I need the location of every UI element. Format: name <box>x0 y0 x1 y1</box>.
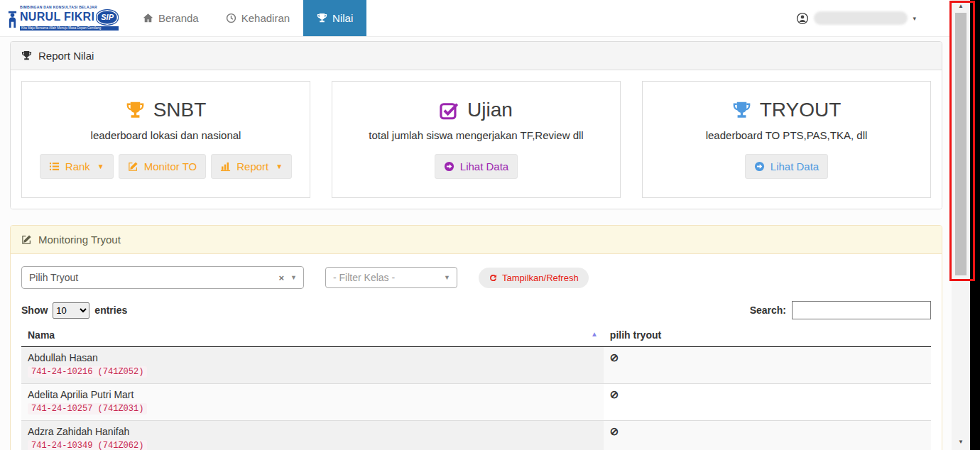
button-label: Monitor TO <box>144 160 197 172</box>
page-size-select[interactable]: 10 <box>53 302 89 319</box>
user-name-redacted <box>814 11 908 25</box>
app-window: BIMBINGAN DAN KONSULTASI BELAJAR NURUL F… <box>0 0 952 450</box>
nav-links: Beranda Kehadiran Nilai <box>129 0 366 36</box>
tampilkan-refresh-button[interactable]: Tampilkan/Refresh <box>479 268 589 288</box>
page-title: Report Nilai <box>38 50 94 62</box>
nav-item-kehadiran[interactable]: Kehadiran <box>212 0 303 36</box>
section-title: Monitoring Tryout <box>38 234 121 246</box>
caret-down-icon: ▼ <box>97 163 104 170</box>
student-code: 741-24-10257 (741Z031) <box>28 403 147 415</box>
card-subtitle: leaderboard lokasi dan nasional <box>29 129 303 141</box>
nav-item-label: Nilai <box>332 12 353 24</box>
button-label: Lihat Data <box>460 160 508 172</box>
pilih-tryout-select[interactable]: Pilih Tryout × ▼ <box>21 266 304 289</box>
table-row[interactable]: Abdullah Hasan 741-24-10216 (741Z052) ⊘ <box>21 347 931 384</box>
lihat-data-tryout-button[interactable]: Lihat Data <box>745 154 828 179</box>
user-circle-icon <box>796 12 809 25</box>
lihat-data-ujian-button[interactable]: Lihat Data <box>435 154 518 179</box>
check-square-icon <box>440 101 459 120</box>
nav-item-label: Beranda <box>158 12 199 24</box>
trophy-icon <box>126 101 145 120</box>
pilih-tryout-value: Pilih Tryout <box>29 272 78 283</box>
filter-kelas-select[interactable]: - Filter Kelas - ▼ <box>325 267 457 288</box>
button-label: Rank <box>65 160 90 172</box>
brand-name: NURUL FIKRI <box>20 11 94 23</box>
refresh-icon <box>489 273 498 282</box>
trophy-icon <box>21 50 32 61</box>
clock-icon <box>226 13 236 23</box>
caret-down-icon: ▾ <box>913 15 916 22</box>
student-code: 741-24-10349 (741Z062) <box>28 440 147 450</box>
nav-item-beranda[interactable]: Beranda <box>129 0 212 36</box>
trophy-icon <box>317 13 327 23</box>
brand-tagline: Kita Maju Bersama Allah Menuju Masa Depa… <box>20 26 119 31</box>
search-input[interactable] <box>792 301 931 319</box>
monitoring-tryout-heading: Monitoring Tryout <box>11 226 942 254</box>
card-title: TRYOUT <box>760 99 842 121</box>
navbar: BIMBINGAN DAN KONSULTASI BELAJAR NURUL F… <box>0 0 952 37</box>
report-nilai-heading: Report Nilai <box>11 42 942 70</box>
ban-icon: ⊘ <box>610 388 619 400</box>
brand-logo[interactable]: BIMBINGAN DAN KONSULTASI BELAJAR NURUL F… <box>7 0 114 36</box>
nav-item-nilai[interactable]: Nilai <box>303 0 366 36</box>
button-label: Lihat Data <box>771 160 819 172</box>
monitoring-tryout-panel: Monitoring Tryout Pilih Tryout × ▼ - Fil… <box>10 225 942 450</box>
student-name: Adelita Aprilia Putri Mart <box>28 389 597 400</box>
report-nilai-panel: Report Nilai SNBT leaderboard lokasi dan… <box>10 41 942 209</box>
button-label: Report <box>236 160 268 172</box>
list-icon <box>49 161 60 172</box>
ban-icon: ⊘ <box>610 351 619 363</box>
home-icon <box>143 13 153 23</box>
show-label: Show <box>21 304 48 316</box>
table-row[interactable]: Adelita Aprilia Putri Mart 741-24-10257 … <box>21 384 931 421</box>
annotation-highlight-box <box>949 1 975 281</box>
edit-icon <box>21 234 32 245</box>
monitoring-table: Nama ▲ pilih tryout Abdullah Hasan 741-2… <box>21 325 931 450</box>
arrow-circle-right-icon <box>444 161 454 172</box>
ban-icon: ⊘ <box>610 425 619 437</box>
rank-button[interactable]: Rank ▼ <box>40 154 114 179</box>
sort-asc-icon: ▲ <box>591 330 598 338</box>
user-menu[interactable]: ▾ <box>796 0 916 36</box>
student-name: Abdullah Hasan <box>28 352 597 363</box>
nav-item-label: Kehadiran <box>241 12 290 24</box>
caret-down-icon: ▼ <box>276 163 283 170</box>
edit-icon <box>128 161 138 172</box>
column-header-pilih-tryout[interactable]: pilih tryout <box>604 325 931 347</box>
column-header-nama[interactable]: Nama ▲ <box>21 325 604 347</box>
monitor-to-button[interactable]: Monitor TO <box>119 154 206 179</box>
card-snbt: SNBT leaderboard lokasi dan nasional Ran… <box>21 81 310 198</box>
trophy-icon <box>732 101 751 120</box>
card-tryout: TRYOUT leaderboard TO PTS,PAS,TKA, dll L… <box>642 81 931 198</box>
caret-down-icon: ▼ <box>290 274 297 281</box>
card-title: Ujian <box>467 99 513 121</box>
scroll-down-arrow-icon[interactable]: ▼ <box>952 436 970 447</box>
filter-kelas-value: - Filter Kelas - <box>333 272 395 283</box>
card-subtitle: leaderboard TO PTS,PAS,TKA, dll <box>650 129 923 141</box>
card-ujian: Ujian total jumlah siswa mengerjakan TF,… <box>332 81 621 198</box>
clear-selection-icon[interactable]: × <box>278 273 284 283</box>
table-row[interactable]: Adzra Zahidah Hanifah 741-24-10349 (741Z… <box>21 421 931 450</box>
brand-sip-badge: SIP <box>96 9 119 26</box>
student-code: 741-24-10216 (741Z052) <box>28 366 147 378</box>
cards-row: SNBT leaderboard lokasi dan nasional Ran… <box>11 70 942 209</box>
arrow-circle-right-icon <box>754 161 765 172</box>
entries-label: entries <box>94 304 127 316</box>
button-label: Tampilkan/Refresh <box>502 273 579 283</box>
report-button[interactable]: Report ▼ <box>211 154 292 179</box>
search-label: Search: <box>750 304 786 316</box>
card-subtitle: total jumlah siswa mengerjakan TF,Review… <box>339 129 613 141</box>
bar-chart-icon <box>220 161 231 172</box>
student-name: Adzra Zahidah Hanifah <box>28 426 597 437</box>
card-title: SNBT <box>153 99 207 121</box>
graduate-person-icon <box>7 9 18 28</box>
caret-down-icon: ▼ <box>444 274 450 281</box>
